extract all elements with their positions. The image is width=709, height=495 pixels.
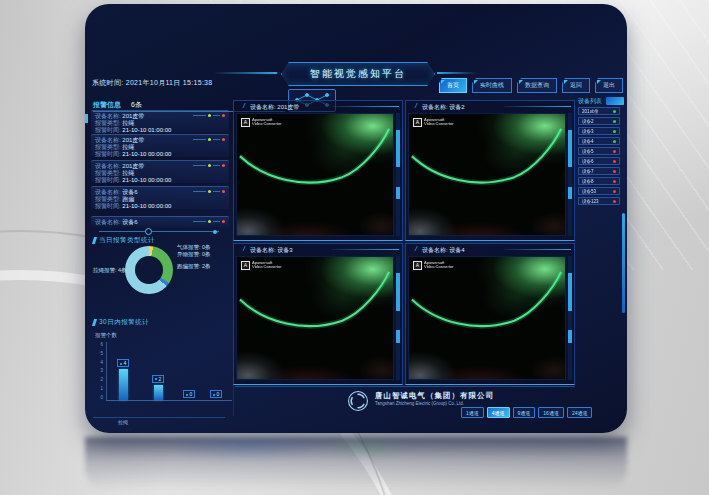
- channel-24-button[interactable]: 24通道: [567, 407, 593, 418]
- device-list-item[interactable]: 设备53: [578, 187, 620, 195]
- video-panel-title: 设备名称: 设备4: [406, 244, 574, 256]
- device-list-tab-button[interactable]: [606, 97, 624, 105]
- status-dot: [613, 110, 616, 113]
- donut-chart: [125, 246, 173, 294]
- alarm-card[interactable]: 设备名称: 201皮带 报警类型: 拉绳 报警时间: 21-10-10 01:0…: [91, 110, 229, 133]
- alarm-time-value: 21-10-10 01:00:00: [122, 127, 171, 133]
- status-dot: [613, 140, 616, 143]
- device-list-item[interactable]: 设备4: [578, 137, 620, 145]
- scrollbar-thumb[interactable]: [568, 330, 572, 342]
- video-panel-title: 设备名称: 设备3: [234, 244, 402, 256]
- video-scrollbar[interactable]: [568, 256, 572, 380]
- slider-knob[interactable]: [145, 228, 152, 235]
- scrollbar-thumb[interactable]: [568, 187, 572, 199]
- video-viewport[interactable]: A ApowersoftVideo Converter: [408, 256, 566, 380]
- channel-4-button[interactable]: 4通道: [487, 407, 510, 418]
- channel-switcher: 1通道 4通道 9通道 16通道 24通道: [461, 407, 592, 418]
- device-list-item[interactable]: 201皮带: [578, 107, 620, 115]
- device-list-scrollbar[interactable]: [622, 213, 625, 313]
- alarm-card-indicator: [193, 114, 225, 117]
- scrollbar-thumb[interactable]: [568, 130, 572, 167]
- scrollbar-thumb[interactable]: [396, 330, 400, 342]
- video-panel-title: 设备名称: 设备2: [406, 101, 574, 113]
- device-list-item[interactable]: 设备8: [578, 177, 620, 185]
- company-logo: [347, 390, 369, 412]
- scrollbar-thumb[interactable]: [396, 187, 400, 199]
- video-viewport[interactable]: A ApowersoftVideo Converter: [236, 256, 394, 380]
- status-dot: [613, 200, 616, 203]
- alarm-list-scroll-slider[interactable]: [99, 231, 219, 232]
- alarm-type-label: 报警类型:: [95, 120, 121, 126]
- alarm-card[interactable]: 设备名称: 设备6: [91, 216, 229, 227]
- screenshot-stage: 系统时间: 2021年10月11日 15:15:38 智能视觉感知平台 首页 实…: [0, 0, 709, 495]
- camera-feed: A ApowersoftVideo Converter: [237, 114, 393, 235]
- channel-1-button[interactable]: 1通道: [461, 407, 484, 418]
- nav-realtime-curve-button[interactable]: 实时曲线: [472, 78, 512, 93]
- device-list-item[interactable]: 设备2: [578, 117, 620, 125]
- status-dot: [613, 130, 616, 133]
- bar-value-chip: 4: [117, 359, 130, 367]
- left-panel-footer-line: [93, 417, 225, 418]
- scrollbar-thumb[interactable]: [396, 273, 400, 310]
- grid-underline: [235, 386, 575, 387]
- alarm-card[interactable]: 设备名称: 设备6 报警类型: 跑偏 报警时间: 21-10-10 00:00:…: [91, 186, 229, 209]
- page-title: 智能视觉感知平台: [310, 67, 406, 81]
- donut-label-foreign: 异物报警: 0条: [177, 251, 211, 258]
- alarm-panel-title: 报警信息: [93, 100, 121, 110]
- video-panel-3[interactable]: 设备名称: 设备3 A ApowersoftVideo Converter: [233, 243, 403, 385]
- video-scrollbar[interactable]: [568, 113, 572, 236]
- video-watermark: A ApowersoftVideo Converter: [413, 261, 460, 271]
- donut-section-title: 当日报警类型统计: [93, 236, 155, 245]
- donut-label-gas: 气体报警: 0条: [177, 244, 211, 251]
- alarm-card-indicator: [193, 220, 225, 223]
- bar-ylabel: 报警个数: [95, 332, 117, 339]
- alarm-time-label: 报警时间:: [95, 127, 121, 133]
- device-list-item[interactable]: 设备6: [578, 157, 620, 165]
- video-panel-4[interactable]: 设备名称: 设备4 A ApowersoftVideo Converter: [405, 243, 575, 385]
- video-panel-1[interactable]: 设备名称: 201皮带 A ApowersoftVideo Converter: [233, 100, 403, 241]
- bar-value-chip: 0: [183, 390, 196, 398]
- nav-home-button[interactable]: 首页: [439, 78, 467, 93]
- device-list-item[interactable]: 设备7: [578, 167, 620, 175]
- nav-data-query-button[interactable]: 数据查询: [517, 78, 557, 93]
- video-viewport[interactable]: A ApowersoftVideo Converter: [408, 113, 566, 236]
- bar-yaxis: [106, 342, 107, 400]
- alarm-card-indicator: [193, 164, 225, 167]
- device-list-item[interactable]: 设备123: [578, 197, 620, 205]
- channel-16-button[interactable]: 16通道: [538, 407, 564, 418]
- status-dot: [613, 170, 616, 173]
- slider-end-dot: [213, 230, 217, 234]
- bar-group: 0 气体报警: [203, 390, 229, 400]
- channel-9-button[interactable]: 9通道: [513, 407, 536, 418]
- bar-group: 0 异物: [176, 390, 202, 400]
- edge-accent: [85, 114, 88, 123]
- alarm-card[interactable]: 设备名称: 201皮带 报警类型: 拉绳 报警时间: 21-10-10 00:0…: [91, 160, 229, 183]
- scrollbar-thumb[interactable]: [568, 273, 572, 310]
- video-watermark: A ApowersoftVideo Converter: [241, 261, 288, 271]
- bar-baseline: [106, 400, 232, 401]
- status-dot: [613, 120, 616, 123]
- bar-value-chip: 0: [210, 390, 223, 398]
- device-name-value: 201皮带: [122, 113, 144, 119]
- bar-value-chip: 2: [152, 375, 165, 383]
- device-list-item[interactable]: 设备5: [578, 147, 620, 155]
- watermark-logo-icon: A: [241, 261, 250, 270]
- watermark-logo-icon: A: [241, 118, 250, 127]
- device-list-header: 设备列表: [578, 96, 624, 106]
- bar-yticks: 6543210: [93, 342, 103, 400]
- video-panel-2[interactable]: 设备名称: 设备2 A ApowersoftVideo Converter: [405, 100, 575, 241]
- status-dot: [613, 160, 616, 163]
- alarm-card[interactable]: 设备名称: 201皮带 报警类型: 拉绳 报警时间: 21-10-10 00:0…: [91, 134, 229, 157]
- nav-exit-button[interactable]: 退出: [595, 78, 623, 93]
- nav-back-button[interactable]: 返回: [562, 78, 590, 93]
- video-scrollbar[interactable]: [396, 256, 400, 380]
- company-name-cn: 唐山智诚电气（集团）有限公司: [375, 391, 494, 401]
- watermark-logo-icon: A: [413, 261, 422, 270]
- system-time: 系统时间: 2021年10月11日 15:15:38: [92, 78, 213, 88]
- alarm-count-badge: 6条: [131, 100, 142, 110]
- scrollbar-thumb[interactable]: [396, 130, 400, 167]
- device-list-item[interactable]: 设备3: [578, 127, 620, 135]
- video-scrollbar[interactable]: [396, 113, 400, 236]
- donut-label-deviation: 跑偏报警: 2条: [177, 263, 211, 270]
- video-viewport[interactable]: A ApowersoftVideo Converter: [236, 113, 394, 236]
